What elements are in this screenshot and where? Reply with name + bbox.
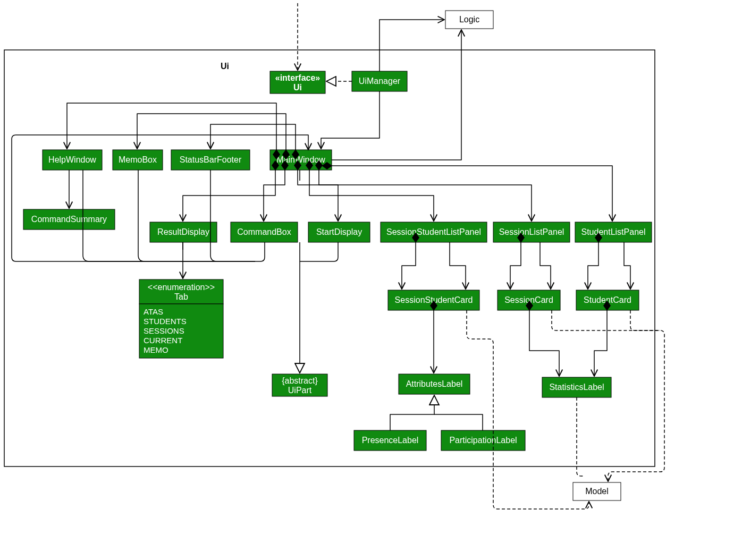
svg-text:Model: Model	[585, 487, 609, 496]
class-commandbox: CommandBox	[231, 222, 298, 242]
svg-text:SESSIONS: SESSIONS	[144, 326, 184, 335]
svg-text:Tab: Tab	[174, 292, 188, 301]
class-uipart: {abstract} UiPart	[272, 374, 327, 396]
class-sessionlistpanel: SessionListPanel	[493, 222, 570, 242]
svg-text:StartDisplay: StartDisplay	[316, 227, 362, 236]
class-sessioncard: SessionCard	[498, 290, 560, 310]
svg-text:UiPart: UiPart	[288, 386, 312, 395]
class-studentcard: StudentCard	[576, 290, 639, 310]
edge-mainwindow-to-logic	[332, 30, 461, 160]
svg-text:AttributesLabel: AttributesLabel	[406, 379, 463, 388]
edge-ssllp-to-sscard-2	[450, 242, 466, 289]
edge-mainwindow-comp-studentlistpanel	[332, 166, 612, 221]
svg-text:CommandBox: CommandBox	[237, 227, 291, 236]
class-sessionstudentlistpanel: SessionStudentListPanel	[381, 222, 487, 242]
class-mainwindow: MainWindow	[270, 150, 332, 170]
svg-text:SessionStudentCard: SessionStudentCard	[395, 295, 473, 304]
svg-text:StatisticsLabel: StatisticsLabel	[549, 383, 604, 392]
edge-right-panels-to-uipart	[183, 242, 338, 261]
edge-uimanager-to-mainwindow	[321, 91, 380, 149]
edge-studentlistpanel-comp-studentcard	[588, 242, 598, 289]
svg-text:HelpWindow: HelpWindow	[48, 155, 96, 164]
class-startdisplay: StartDisplay	[308, 222, 370, 242]
svg-text:CURRENT: CURRENT	[144, 336, 182, 345]
svg-text:SessionListPanel: SessionListPanel	[499, 227, 564, 236]
edge-ssllp-comp-sscard	[402, 242, 416, 289]
class-attributeslabel: AttributesLabel	[399, 374, 470, 394]
class-logic: Logic	[445, 11, 493, 29]
class-studentlistpanel: StudentListPanel	[575, 222, 652, 242]
edge-studentcard-to-model	[630, 310, 660, 330]
svg-text:StudentListPanel: StudentListPanel	[581, 227, 646, 236]
svg-text:MEMO: MEMO	[144, 345, 168, 354]
svg-text:ATAS: ATAS	[144, 307, 163, 316]
svg-text:{abstract}: {abstract}	[282, 376, 318, 385]
class-uimanager: UiManager	[352, 71, 407, 91]
edge-studentcard-comp-statslabel	[594, 310, 607, 376]
svg-text:StudentCard: StudentCard	[584, 295, 631, 304]
svg-text:MainWindow: MainWindow	[276, 155, 325, 164]
class-commandsummary: CommandSummary	[23, 209, 115, 230]
class-helpwindow: HelpWindow	[43, 150, 102, 170]
edge-mainwindow-comp-memobox	[137, 114, 286, 150]
package-ui-label: Ui	[221, 62, 229, 71]
edge-sscard-to-model	[467, 310, 589, 509]
svg-text:«interface»: «interface»	[275, 73, 321, 82]
edge-sessioncard-comp-statslabel	[529, 310, 559, 376]
class-sessionstudentcard: SessionStudentCard	[388, 290, 479, 310]
package-ui-border	[4, 50, 655, 466]
svg-text:StatusBarFooter: StatusBarFooter	[180, 155, 242, 164]
svg-text:SessionCard: SessionCard	[504, 295, 553, 304]
svg-text:ParticipationLabel: ParticipationLabel	[449, 436, 517, 445]
svg-text:Logic: Logic	[459, 15, 479, 24]
svg-text:PresenceLabel: PresenceLabel	[362, 436, 419, 445]
svg-text:<<enumeration>>: <<enumeration>>	[148, 283, 215, 292]
class-memobox: MemoBox	[113, 150, 163, 170]
class-ui-interface: «interface» Ui	[270, 71, 325, 94]
edge-mainwindow-comp-helpwindow	[67, 103, 276, 150]
svg-text:Ui: Ui	[293, 83, 302, 92]
svg-text:SessionStudentListPanel: SessionStudentListPanel	[386, 227, 481, 236]
class-tab-enum: <<enumeration>> Tab ATAS STUDENTS SESSIO…	[139, 279, 223, 358]
svg-text:CommandSummary: CommandSummary	[31, 215, 107, 224]
edge-sessionlistpanel-to-sessioncard-2	[540, 242, 551, 289]
edge-mainwindow-comp-statusbarfooter	[210, 124, 296, 150]
svg-text:ResultDisplay: ResultDisplay	[157, 227, 209, 236]
svg-text:MemoBox: MemoBox	[119, 155, 157, 164]
class-resultdisplay: ResultDisplay	[150, 222, 217, 242]
edge-statslabel-to-model	[577, 397, 585, 476]
edge-uimanager-to-logic	[380, 20, 444, 71]
class-model: Model	[573, 482, 621, 500]
svg-text:STUDENTS: STUDENTS	[144, 317, 187, 326]
edge-mainwindow-comp-ssllp	[309, 170, 434, 221]
svg-text:UiManager: UiManager	[359, 77, 401, 86]
class-participationlabel: ParticipationLabel	[441, 430, 525, 451]
class-statusbarfooter: StatusBarFooter	[171, 150, 250, 170]
class-presencelabel: PresenceLabel	[354, 430, 426, 451]
edge-studentlistpanel-to-studentcard-2	[624, 242, 630, 289]
class-statisticslabel: StatisticsLabel	[542, 377, 611, 397]
edge-participation-gen-attributes	[434, 414, 483, 430]
edge-mainwindow-comp-resultdisplay	[183, 170, 275, 221]
edge-sessionlistpanel-comp-sessioncard	[510, 242, 521, 289]
edge-presence-gen-attributes	[390, 395, 434, 430]
